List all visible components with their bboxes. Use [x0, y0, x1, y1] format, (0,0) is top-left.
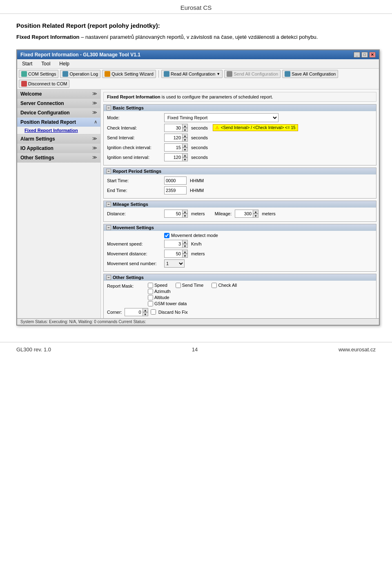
send-interval-down[interactable]: ▼	[182, 138, 188, 142]
disconnect-button[interactable]: Disconnect to COM	[19, 80, 69, 88]
check-interval-up[interactable]: ▲	[182, 124, 188, 128]
corner-up[interactable]: ▲	[143, 308, 148, 312]
send-interval-input[interactable]	[164, 134, 183, 142]
read-all-dropdown-icon[interactable]: ▼	[216, 72, 220, 76]
page-footer: GL300 rev. 1.0 14 www.eurosat.cz	[0, 342, 392, 357]
end-time-row: End Time: HHMM	[107, 186, 373, 194]
mileage-body: Distance: ▲ ▼ meters M	[104, 208, 376, 221]
start-time-unit: HHMM	[190, 178, 204, 183]
check-interval-input[interactable]	[164, 124, 183, 132]
movement-speed-input[interactable]	[164, 240, 183, 248]
other-settings-titlebar: − Other Settings	[104, 274, 376, 281]
end-time-control: HHMM	[164, 186, 204, 194]
movement-speed-up[interactable]: ▲	[182, 240, 188, 244]
ignition-send-input[interactable]	[164, 153, 183, 161]
discard-no-fix-checkbox[interactable]	[151, 309, 156, 315]
ignition-check-spinner-btns: ▲ ▼	[182, 143, 188, 152]
titlebar-controls: _ □ ✕	[354, 52, 376, 58]
check-interval-down[interactable]: ▼	[182, 128, 188, 132]
mask-altitude-checkbox[interactable]	[148, 295, 153, 300]
distance-input[interactable]	[164, 210, 183, 218]
mileage-up[interactable]: ▲	[253, 210, 258, 214]
start-time-input[interactable]	[164, 176, 187, 185]
report-period-titlebar: − Report Period Settings	[104, 168, 376, 174]
sidebar-alarm-header[interactable]: Alarm Settings ≫	[17, 134, 100, 143]
end-time-input[interactable]	[164, 186, 187, 194]
sidebar-server-header[interactable]: Server Connection ≫	[17, 99, 100, 108]
end-time-label: End Time:	[107, 188, 164, 193]
mask-send-time-checkbox[interactable]	[176, 283, 181, 288]
movement-send-number-select[interactable]: 1	[164, 259, 185, 268]
ignition-check-down[interactable]: ▼	[182, 147, 188, 152]
basic-collapse-button[interactable]: −	[106, 105, 111, 110]
movement-distance-input[interactable]	[164, 250, 183, 258]
quick-setting-button[interactable]: Quick Setting Wizard	[102, 70, 156, 78]
corner-input[interactable]	[125, 308, 143, 316]
com-settings-button[interactable]: COM Settings	[19, 70, 58, 78]
sidebar-section-server: Server Connection ≫	[17, 99, 100, 108]
ignition-check-up[interactable]: ▲	[182, 143, 188, 147]
start-time-label: Start Time:	[107, 178, 164, 183]
sidebar-io-header[interactable]: IO Application ≫	[17, 144, 100, 153]
maximize-button[interactable]: □	[361, 52, 368, 58]
operation-log-icon	[62, 71, 68, 77]
toolbar-sep-1	[158, 70, 159, 78]
page-header: Eurosat CS	[0, 0, 392, 14]
mileage-down[interactable]: ▼	[253, 214, 258, 218]
description-bold: Fixed Report Information	[16, 34, 80, 40]
mileage-title: Mileage Settings	[113, 202, 148, 207]
sidebar-other-header[interactable]: Other Settings ≫	[17, 153, 100, 162]
ignition-check-label: Ignition check interval:	[107, 145, 164, 150]
ignition-send-up[interactable]: ▲	[182, 153, 188, 157]
mask-check-all-checkbox[interactable]	[212, 283, 217, 288]
movement-collapse[interactable]: −	[106, 225, 111, 230]
ignition-send-control: ▲ ▼ seconds	[164, 153, 208, 161]
sidebar-welcome-header[interactable]: Welcome ≫	[17, 89, 100, 98]
sidebar: Welcome ≫ Server Connection ≫ Device Con…	[17, 89, 101, 318]
other-settings-collapse[interactable]: −	[106, 275, 111, 280]
mask-check-all: Check All	[212, 283, 237, 288]
mask-speed-checkbox[interactable]	[148, 283, 153, 288]
mask-gsm-checkbox[interactable]	[148, 301, 153, 306]
mask-gsm: GSM tower data	[148, 301, 187, 306]
mask-azimuth-checkbox[interactable]	[148, 289, 153, 294]
menu-tool[interactable]: Tool	[39, 60, 53, 67]
read-all-button[interactable]: Read All Configuration ▼	[161, 70, 223, 78]
corner-spinner-btns: ▲ ▼	[143, 308, 148, 316]
send-all-button[interactable]: Send All Configuration	[224, 70, 281, 78]
sidebar-other-label: Other Settings	[20, 155, 54, 161]
movement-detect-checkbox[interactable]	[164, 233, 169, 238]
corner-down[interactable]: ▼	[143, 312, 148, 316]
send-all-label: Send All Configuration	[234, 71, 278, 76]
mask-speed: Speed	[148, 283, 167, 288]
operation-log-button[interactable]: Operation Log	[60, 70, 100, 78]
movement-speed-down[interactable]: ▼	[182, 244, 188, 248]
ignition-check-input[interactable]	[164, 143, 183, 152]
mileage-input[interactable]	[235, 210, 253, 218]
ignition-send-down[interactable]: ▼	[182, 157, 188, 161]
save-all-label: Save All Configuration	[292, 71, 336, 76]
send-interval-up[interactable]: ▲	[182, 134, 188, 138]
sidebar-section-io: IO Application ≫	[17, 144, 100, 153]
sidebar-device-label: Device Configuration	[20, 110, 70, 116]
status-bar: System Status: Executing: N/A, Waiting: …	[17, 318, 379, 325]
minimize-button[interactable]: _	[354, 52, 360, 58]
mode-select[interactable]: Fixed Timing Report	[164, 113, 278, 122]
mileage-panel: − Mileage Settings Distance: ▲	[103, 201, 376, 222]
distance-down[interactable]: ▼	[182, 214, 188, 218]
menu-help[interactable]: Help	[57, 60, 72, 67]
movement-distance-up[interactable]: ▲	[182, 250, 188, 254]
report-period-collapse[interactable]: −	[106, 169, 111, 174]
sidebar-position-header[interactable]: Position Related Report ∧	[17, 118, 100, 127]
close-button[interactable]: ✕	[369, 52, 376, 58]
sidebar-device-header[interactable]: Device Configuration ≫	[17, 108, 100, 117]
movement-distance-down[interactable]: ▼	[182, 254, 188, 258]
sidebar-item-fixed-report[interactable]: Fixed Report Information	[17, 127, 100, 134]
report-mask-row: Report Mask: Speed Send Time	[107, 283, 373, 306]
distance-up[interactable]: ▲	[182, 210, 188, 214]
mileage-collapse[interactable]: −	[106, 202, 111, 207]
footer-left: GL300 rev. 1.0	[16, 346, 51, 353]
other-settings-title: Other Settings	[113, 275, 144, 280]
save-all-button[interactable]: Save All Configuration	[282, 70, 338, 78]
menu-start[interactable]: Start	[20, 60, 35, 67]
